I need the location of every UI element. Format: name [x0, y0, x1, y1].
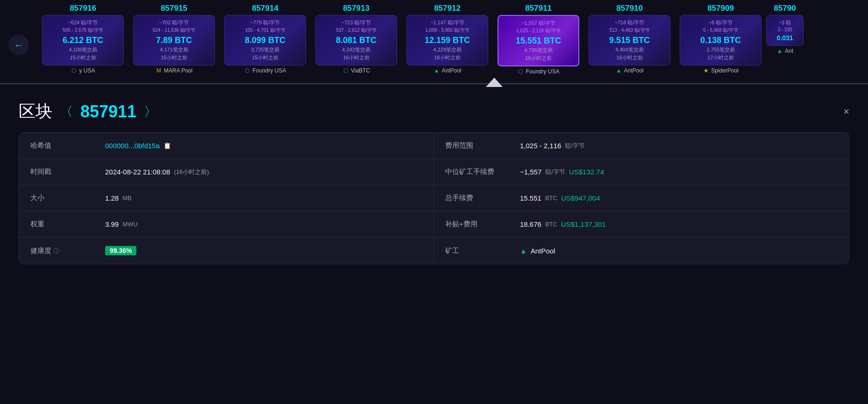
total-fee-label: 总手续费: [445, 194, 520, 202]
fee-range-row: 费用范围 1,025 - 2,116 聪/字节: [434, 133, 849, 159]
foundry-icon-2: ⬡: [244, 67, 250, 74]
miner-row: 矿工 ▲ AntPool: [434, 238, 849, 264]
pool-label-partial: ▲ Ant: [776, 48, 793, 56]
subsidy-label: 补贴+费用: [445, 220, 520, 229]
weight-label: 权重: [30, 220, 105, 229]
copy-icon[interactable]: 📋: [164, 142, 171, 149]
miner-value: ▲ AntPool: [520, 247, 555, 255]
hash-row: 哈希值 000000...0bfd15a 📋: [19, 133, 434, 159]
hash-value: 000000...0bfd15a 📋: [105, 142, 171, 150]
weight-value: 3.99 MWU: [105, 220, 138, 228]
fee-range-label: 费用范围: [445, 141, 520, 150]
nav-arrow-card[interactable]: ←: [0, 0, 37, 77]
total-fee-row: 总手续费 15.551 BTC US$947,004: [434, 185, 849, 211]
spiderpool-icon: ★: [703, 67, 709, 74]
pool-label-857914: ⬡ Foundry USA: [244, 67, 286, 76]
antpool-icon-3: ▲: [776, 48, 783, 54]
mara-icon: M: [156, 67, 162, 74]
median-fee-label: 中位矿工手续费: [445, 167, 520, 176]
block-card-857911[interactable]: 857911 ~1,557 聪/字节 1,025 - 2,116 聪/字节 15…: [493, 0, 584, 77]
health-badge: 99.36%: [105, 246, 136, 255]
foundry-icon: ⬡: [71, 67, 77, 74]
info-icon[interactable]: ⓘ: [53, 247, 59, 254]
blocks-row: ← 857916 ~624 聪/字节 505 - 2,675 聪/字节 6.21…: [0, 0, 868, 77]
health-value: 99.36%: [105, 246, 136, 255]
weight-row: 权重 3.99 MWU: [19, 211, 434, 238]
timestamp-row: 时间戳 2024-08-22 21:08:08 (16小时之前): [19, 159, 434, 185]
block-card-857914[interactable]: 857914 ~779 聪/字节 105 - 4,701 聪/字节 8.099 …: [220, 0, 311, 77]
hash-label: 哈希值: [30, 141, 105, 150]
detail-grid: 哈希值 000000...0bfd15a 📋 费用范围 1,025 - 2,11…: [19, 132, 849, 264]
timestamp-value: 2024-08-22 21:08:08 (16小时之前): [105, 168, 209, 176]
viabtc-icon: ⬡: [342, 67, 349, 74]
block-card-857916[interactable]: 857916 ~624 聪/字节 505 - 2,675 聪/字节 6.212 …: [37, 0, 128, 77]
detail-header: 区块 〈 857911 〉 ×: [19, 100, 849, 123]
pool-label-857909: ★ SpiderPool: [703, 67, 739, 76]
pool-label-857916: ⬡ y USA: [71, 67, 95, 76]
chevron-left-button[interactable]: 〈: [58, 103, 75, 121]
block-card-857910[interactable]: 857910 ~718 聪/字节 513 - 4,463 聪/字节 9.515 …: [584, 0, 675, 77]
median-fee-value: ~1,557 聪/字节 US$132.74: [520, 168, 604, 176]
block-card-857909[interactable]: 857909 ~8 聪/字节 5 - 5,968 聪/字节 0.138 BTC …: [675, 0, 766, 77]
pool-label-857911: ⬡ Foundry USA: [517, 68, 559, 77]
timestamp-label: 时间戳: [30, 167, 105, 176]
pool-label-857915: M MARA Pool: [156, 67, 192, 76]
block-card-857912[interactable]: 857912 ~1,147 聪/字节 1,058 - 5,000 聪/字节 12…: [402, 0, 493, 77]
miner-label: 矿工: [445, 246, 520, 255]
detail-panel: 区块 〈 857911 〉 × 哈希值 000000...0bfd15a 📋 费…: [0, 89, 868, 275]
subsidy-value: 18.676 BTC US$1,137,301: [520, 220, 606, 228]
block-card-857915[interactable]: 857915 ~702 聪/字节 624 - 11,636 聪/字节 7.89 …: [128, 0, 220, 77]
size-value: 1.28 MB: [105, 194, 132, 202]
block-card-857913[interactable]: 857913 ~723 聪/字节 537 - 2,612 聪/字节 8.081 …: [311, 0, 402, 77]
health-row: 健康度 ⓘ 99.36%: [19, 238, 434, 264]
foundry-icon-3: ⬡: [517, 68, 524, 75]
antpool-icon-2: ▲: [615, 67, 622, 74]
chevron-right-button[interactable]: 〉: [142, 103, 159, 121]
antpool-icon-1: ▲: [433, 67, 440, 74]
pool-label-857912: ▲ AntPool: [433, 67, 461, 76]
health-label: 健康度 ⓘ: [30, 246, 105, 255]
pool-label-857910: ▲ AntPool: [615, 67, 643, 76]
pool-label-857913: ⬡ ViaBTC: [342, 67, 370, 76]
total-fee-value: 15.551 BTC US$947,004: [520, 194, 600, 202]
detail-title: 区块 〈 857911 〉: [19, 100, 159, 123]
selected-triangle: [486, 78, 503, 87]
fee-range-value: 1,025 - 2,116 聪/字节: [520, 142, 585, 150]
subsidy-row: 补贴+费用 18.676 BTC US$1,137,301: [434, 211, 849, 238]
median-fee-row: 中位矿工手续费 ~1,557 聪/字节 US$132.74: [434, 159, 849, 185]
block-number-title: 857911: [80, 102, 136, 122]
size-label: 大小: [30, 194, 105, 202]
block-card-partial[interactable]: 85790 ~3 聪 3 - 330 0.031 ▲ Ant: [766, 0, 804, 77]
antpool-miner-icon: ▲: [520, 247, 527, 255]
close-button[interactable]: ×: [843, 106, 849, 118]
size-row: 大小 1.28 MB: [19, 185, 434, 211]
